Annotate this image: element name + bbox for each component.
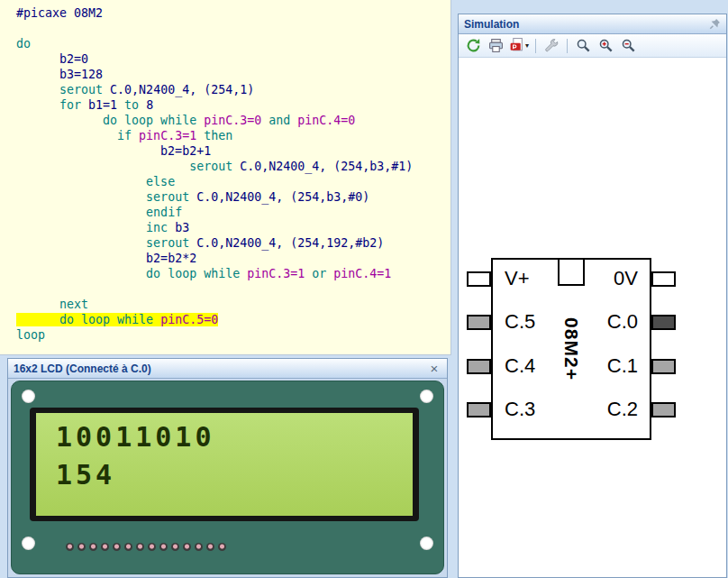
auto-hide-pin-icon[interactable]	[709, 18, 721, 30]
code-line	[0, 21, 450, 36]
chip-pin-C.3[interactable]	[467, 402, 491, 417]
simulate-icon[interactable]	[463, 37, 483, 55]
simulation-panel-header: Simulation	[459, 14, 726, 34]
code-line: loop	[0, 327, 450, 343]
chip-pin-label-C.5: C.5	[505, 311, 535, 333]
code-line: else	[0, 174, 450, 189]
code-line: #picaxe 08M2	[0, 5, 450, 21]
code-line: next	[0, 297, 450, 312]
chip-pin-V+[interactable]	[467, 271, 491, 287]
chip-pin-label-C.0: C.0	[607, 311, 638, 333]
chip-pin-label-C.2: C.2	[607, 399, 638, 420]
mounting-hole-icon	[22, 537, 35, 550]
lcd-bezel: 10011010 154	[30, 408, 419, 521]
code-lines: #picaxe 08M2do b2=0 b3=128 serout C.0,N2…	[0, 0, 450, 343]
lcd-pin-pad	[183, 543, 191, 551]
lcd-pin-pad	[148, 543, 156, 551]
lcd-module: 10011010 154	[11, 381, 444, 574]
toolbar-separator	[535, 39, 536, 53]
code-line: do	[0, 36, 450, 51]
code-line: serout C.0,N2400_4, (254,192,#b2)	[0, 235, 450, 251]
lcd-pins	[66, 543, 226, 551]
simulation-toolbar: ▾	[459, 34, 726, 58]
dropdown-arrow-icon[interactable]: ▾	[525, 41, 529, 50]
chip-pin-C.1[interactable]	[651, 359, 676, 374]
mounting-hole-icon	[420, 390, 433, 403]
lcd-pin-pad	[124, 543, 132, 551]
chip-notch-icon	[558, 258, 585, 286]
code-line: for b1=1 to 8	[0, 97, 450, 113]
lcd-panel-title: 16x2 LCD (Connecté à C.0)	[14, 362, 151, 375]
lcd-panel: 16x2 LCD (Connecté à C.0) × 10011010 154	[7, 358, 448, 578]
code-line: if pinC.3=1 then	[0, 128, 450, 143]
chip-pin-C.4[interactable]	[467, 359, 491, 374]
chip-label: 08M2+	[560, 317, 582, 381]
code-line: b2=b2*2	[0, 251, 450, 266]
chip-pin-0V[interactable]	[651, 271, 676, 287]
code-editor[interactable]: #picaxe 08M2do b2=0 b3=128 serout C.0,N2…	[0, 0, 451, 355]
lcd-pin-pad	[206, 543, 214, 551]
lcd-pin-pad	[171, 543, 179, 551]
mounting-hole-icon	[420, 537, 433, 550]
chip-pin-C.2[interactable]	[651, 402, 676, 417]
toolbar-separator	[567, 39, 568, 53]
code-line: serout C.0,N2400_4, (254,b3,#0)	[0, 189, 450, 205]
code-line: b2=0	[0, 51, 450, 67]
picaxe-editor-window: { "editor": { "lines": [ {"indent":0,"se…	[0, 0, 728, 578]
code-line: serout C.0,N2400_4, (254,1)	[0, 82, 450, 97]
chip-pin-label-V+: V+	[505, 268, 530, 289]
code-line: inc b3	[0, 220, 450, 235]
code-line	[0, 281, 450, 297]
code-line: b3=128	[0, 67, 450, 82]
chip-pin-label-C.4: C.4	[505, 355, 535, 377]
lcd-pin-pad	[77, 543, 86, 551]
lcd-pin-pad	[159, 543, 168, 551]
lcd-screen: 10011010 154	[36, 413, 413, 516]
code-line: b2=b2+1	[0, 143, 450, 159]
lcd-pin-pad	[101, 543, 109, 551]
export-pdf-icon[interactable]: ▾	[508, 37, 530, 55]
lcd-line-1: 10011010	[56, 418, 413, 456]
chip-pin-label-C.3: C.3	[505, 399, 535, 420]
lcd-pin-pad	[113, 543, 121, 551]
chip-pin-label-0V: 0V	[614, 268, 638, 289]
mounting-hole-icon	[22, 390, 35, 403]
code-line: serout C.0,N2400_4, (254,b3,#1)	[0, 159, 450, 174]
lcd-body: 10011010 154	[8, 379, 447, 577]
simulation-panel-title: Simulation	[464, 18, 519, 31]
chip-pin-C.0[interactable]	[651, 315, 676, 330]
zoom-in-icon[interactable]	[596, 37, 615, 55]
print-icon[interactable]	[486, 37, 505, 55]
lcd-pin-pad	[195, 543, 203, 551]
chip: 08M2+ V+C.5C.4C.30VC.0C.1C.2	[491, 258, 651, 440]
lcd-pin-pad	[89, 543, 97, 551]
zoom-out-icon[interactable]	[618, 37, 638, 55]
code-line: do loop while pinC.3=1 or pinC.4=1	[0, 266, 450, 281]
chip-pin-label-C.1: C.1	[607, 355, 638, 377]
zoom-icon[interactable]	[573, 37, 593, 55]
simulation-canvas: 08M2+ V+C.5C.4C.30VC.0C.1C.2	[459, 58, 726, 577]
close-icon[interactable]: ×	[427, 362, 441, 375]
lcd-pin-pad	[66, 543, 74, 551]
chip-pin-C.5[interactable]	[467, 315, 491, 330]
lcd-line-2: 154	[56, 456, 413, 494]
code-line: endif	[0, 205, 450, 220]
simulation-panel: Simulation ▾ 08M2+ V+C.5C.4C.30VC.0C.1C.…	[458, 14, 727, 578]
code-line: do loop while pinC.3=0 and pinC.4=0	[0, 113, 450, 128]
lcd-pin-pad	[218, 543, 226, 551]
code-line-current: do loop while pinC.5=0	[0, 312, 450, 327]
lcd-panel-header: 16x2 LCD (Connecté à C.0) ×	[8, 359, 447, 379]
lcd-pin-pad	[136, 543, 144, 551]
tools-icon[interactable]	[541, 37, 561, 55]
